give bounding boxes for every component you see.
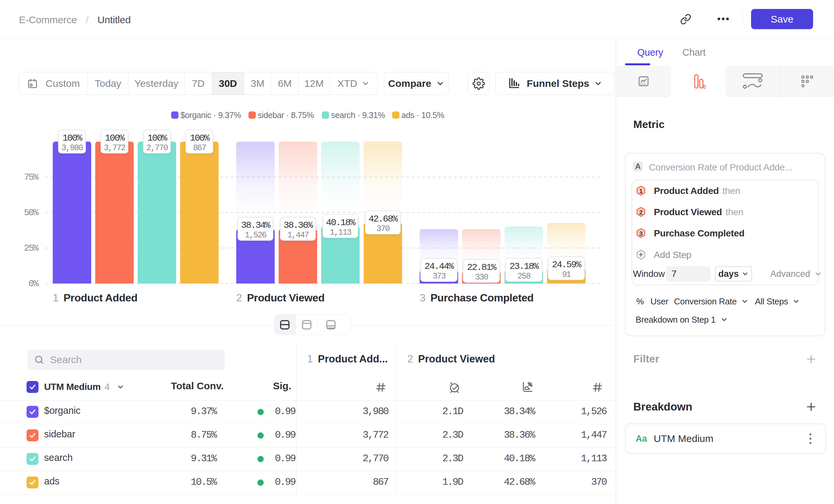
svg-text:1: 1: [639, 188, 643, 194]
svg-text:3: 3: [639, 230, 643, 237]
svg-text:2: 2: [639, 209, 643, 216]
